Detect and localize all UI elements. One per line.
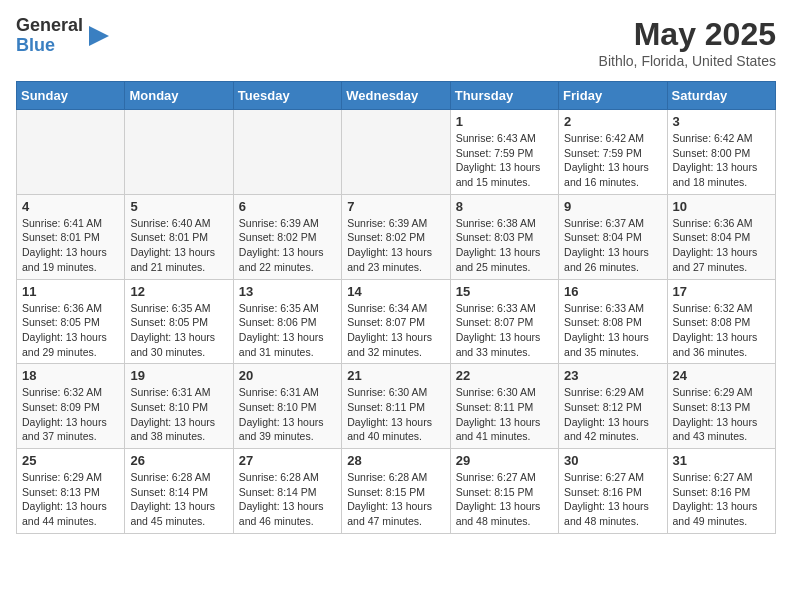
- day-number: 21: [347, 368, 444, 383]
- table-row: 4Sunrise: 6:41 AM Sunset: 8:01 PM Daylig…: [17, 194, 125, 279]
- day-number: 31: [673, 453, 770, 468]
- col-tuesday: Tuesday: [233, 82, 341, 110]
- day-info: Sunrise: 6:41 AM Sunset: 8:01 PM Dayligh…: [22, 216, 119, 275]
- table-row: 8Sunrise: 6:38 AM Sunset: 8:03 PM Daylig…: [450, 194, 558, 279]
- day-info: Sunrise: 6:27 AM Sunset: 8:16 PM Dayligh…: [673, 470, 770, 529]
- table-row: 20Sunrise: 6:31 AM Sunset: 8:10 PM Dayli…: [233, 364, 341, 449]
- day-number: 13: [239, 284, 336, 299]
- day-number: 28: [347, 453, 444, 468]
- location: Bithlo, Florida, United States: [599, 53, 776, 69]
- month-title: May 2025: [599, 16, 776, 53]
- table-row: [17, 110, 125, 195]
- table-row: 14Sunrise: 6:34 AM Sunset: 8:07 PM Dayli…: [342, 279, 450, 364]
- day-info: Sunrise: 6:31 AM Sunset: 8:10 PM Dayligh…: [130, 385, 227, 444]
- col-sunday: Sunday: [17, 82, 125, 110]
- table-row: 30Sunrise: 6:27 AM Sunset: 8:16 PM Dayli…: [559, 449, 667, 534]
- table-row: 1Sunrise: 6:43 AM Sunset: 7:59 PM Daylig…: [450, 110, 558, 195]
- table-row: [233, 110, 341, 195]
- table-row: [342, 110, 450, 195]
- day-info: Sunrise: 6:43 AM Sunset: 7:59 PM Dayligh…: [456, 131, 553, 190]
- calendar-week-row: 4Sunrise: 6:41 AM Sunset: 8:01 PM Daylig…: [17, 194, 776, 279]
- day-info: Sunrise: 6:30 AM Sunset: 8:11 PM Dayligh…: [456, 385, 553, 444]
- table-row: 27Sunrise: 6:28 AM Sunset: 8:14 PM Dayli…: [233, 449, 341, 534]
- day-number: 20: [239, 368, 336, 383]
- day-info: Sunrise: 6:42 AM Sunset: 7:59 PM Dayligh…: [564, 131, 661, 190]
- page-header: General Blue May 2025 Bithlo, Florida, U…: [16, 16, 776, 69]
- day-info: Sunrise: 6:29 AM Sunset: 8:13 PM Dayligh…: [22, 470, 119, 529]
- col-monday: Monday: [125, 82, 233, 110]
- day-info: Sunrise: 6:33 AM Sunset: 8:08 PM Dayligh…: [564, 301, 661, 360]
- day-number: 11: [22, 284, 119, 299]
- day-number: 18: [22, 368, 119, 383]
- day-info: Sunrise: 6:37 AM Sunset: 8:04 PM Dayligh…: [564, 216, 661, 275]
- day-number: 6: [239, 199, 336, 214]
- table-row: 11Sunrise: 6:36 AM Sunset: 8:05 PM Dayli…: [17, 279, 125, 364]
- day-info: Sunrise: 6:28 AM Sunset: 8:14 PM Dayligh…: [239, 470, 336, 529]
- day-info: Sunrise: 6:35 AM Sunset: 8:05 PM Dayligh…: [130, 301, 227, 360]
- day-number: 29: [456, 453, 553, 468]
- day-number: 7: [347, 199, 444, 214]
- day-number: 3: [673, 114, 770, 129]
- table-row: 13Sunrise: 6:35 AM Sunset: 8:06 PM Dayli…: [233, 279, 341, 364]
- day-number: 1: [456, 114, 553, 129]
- logo-general: General: [16, 16, 83, 36]
- day-info: Sunrise: 6:27 AM Sunset: 8:15 PM Dayligh…: [456, 470, 553, 529]
- col-friday: Friday: [559, 82, 667, 110]
- day-info: Sunrise: 6:30 AM Sunset: 8:11 PM Dayligh…: [347, 385, 444, 444]
- day-number: 30: [564, 453, 661, 468]
- day-info: Sunrise: 6:32 AM Sunset: 8:09 PM Dayligh…: [22, 385, 119, 444]
- day-info: Sunrise: 6:36 AM Sunset: 8:05 PM Dayligh…: [22, 301, 119, 360]
- day-info: Sunrise: 6:35 AM Sunset: 8:06 PM Dayligh…: [239, 301, 336, 360]
- table-row: 10Sunrise: 6:36 AM Sunset: 8:04 PM Dayli…: [667, 194, 775, 279]
- day-number: 26: [130, 453, 227, 468]
- logo-blue: Blue: [16, 36, 83, 56]
- day-number: 8: [456, 199, 553, 214]
- day-info: Sunrise: 6:29 AM Sunset: 8:13 PM Dayligh…: [673, 385, 770, 444]
- col-saturday: Saturday: [667, 82, 775, 110]
- table-row: 3Sunrise: 6:42 AM Sunset: 8:00 PM Daylig…: [667, 110, 775, 195]
- calendar-header-row: Sunday Monday Tuesday Wednesday Thursday…: [17, 82, 776, 110]
- day-number: 4: [22, 199, 119, 214]
- day-number: 9: [564, 199, 661, 214]
- day-number: 23: [564, 368, 661, 383]
- table-row: 25Sunrise: 6:29 AM Sunset: 8:13 PM Dayli…: [17, 449, 125, 534]
- table-row: 15Sunrise: 6:33 AM Sunset: 8:07 PM Dayli…: [450, 279, 558, 364]
- day-number: 15: [456, 284, 553, 299]
- table-row: 23Sunrise: 6:29 AM Sunset: 8:12 PM Dayli…: [559, 364, 667, 449]
- table-row: 18Sunrise: 6:32 AM Sunset: 8:09 PM Dayli…: [17, 364, 125, 449]
- table-row: 24Sunrise: 6:29 AM Sunset: 8:13 PM Dayli…: [667, 364, 775, 449]
- day-info: Sunrise: 6:39 AM Sunset: 8:02 PM Dayligh…: [239, 216, 336, 275]
- day-number: 19: [130, 368, 227, 383]
- calendar-week-row: 1Sunrise: 6:43 AM Sunset: 7:59 PM Daylig…: [17, 110, 776, 195]
- title-block: May 2025 Bithlo, Florida, United States: [599, 16, 776, 69]
- svg-marker-0: [89, 26, 109, 46]
- table-row: 9Sunrise: 6:37 AM Sunset: 8:04 PM Daylig…: [559, 194, 667, 279]
- table-row: 7Sunrise: 6:39 AM Sunset: 8:02 PM Daylig…: [342, 194, 450, 279]
- day-info: Sunrise: 6:42 AM Sunset: 8:00 PM Dayligh…: [673, 131, 770, 190]
- day-info: Sunrise: 6:31 AM Sunset: 8:10 PM Dayligh…: [239, 385, 336, 444]
- calendar-week-row: 25Sunrise: 6:29 AM Sunset: 8:13 PM Dayli…: [17, 449, 776, 534]
- day-info: Sunrise: 6:28 AM Sunset: 8:14 PM Dayligh…: [130, 470, 227, 529]
- day-number: 17: [673, 284, 770, 299]
- day-info: Sunrise: 6:28 AM Sunset: 8:15 PM Dayligh…: [347, 470, 444, 529]
- day-number: 22: [456, 368, 553, 383]
- table-row: 22Sunrise: 6:30 AM Sunset: 8:11 PM Dayli…: [450, 364, 558, 449]
- day-info: Sunrise: 6:27 AM Sunset: 8:16 PM Dayligh…: [564, 470, 661, 529]
- day-number: 10: [673, 199, 770, 214]
- day-number: 2: [564, 114, 661, 129]
- table-row: 6Sunrise: 6:39 AM Sunset: 8:02 PM Daylig…: [233, 194, 341, 279]
- day-info: Sunrise: 6:34 AM Sunset: 8:07 PM Dayligh…: [347, 301, 444, 360]
- day-info: Sunrise: 6:38 AM Sunset: 8:03 PM Dayligh…: [456, 216, 553, 275]
- table-row: [125, 110, 233, 195]
- day-info: Sunrise: 6:33 AM Sunset: 8:07 PM Dayligh…: [456, 301, 553, 360]
- day-info: Sunrise: 6:40 AM Sunset: 8:01 PM Dayligh…: [130, 216, 227, 275]
- table-row: 31Sunrise: 6:27 AM Sunset: 8:16 PM Dayli…: [667, 449, 775, 534]
- table-row: 29Sunrise: 6:27 AM Sunset: 8:15 PM Dayli…: [450, 449, 558, 534]
- table-row: 26Sunrise: 6:28 AM Sunset: 8:14 PM Dayli…: [125, 449, 233, 534]
- table-row: 12Sunrise: 6:35 AM Sunset: 8:05 PM Dayli…: [125, 279, 233, 364]
- logo: General Blue: [16, 16, 113, 56]
- day-number: 14: [347, 284, 444, 299]
- col-thursday: Thursday: [450, 82, 558, 110]
- calendar-week-row: 18Sunrise: 6:32 AM Sunset: 8:09 PM Dayli…: [17, 364, 776, 449]
- day-info: Sunrise: 6:29 AM Sunset: 8:12 PM Dayligh…: [564, 385, 661, 444]
